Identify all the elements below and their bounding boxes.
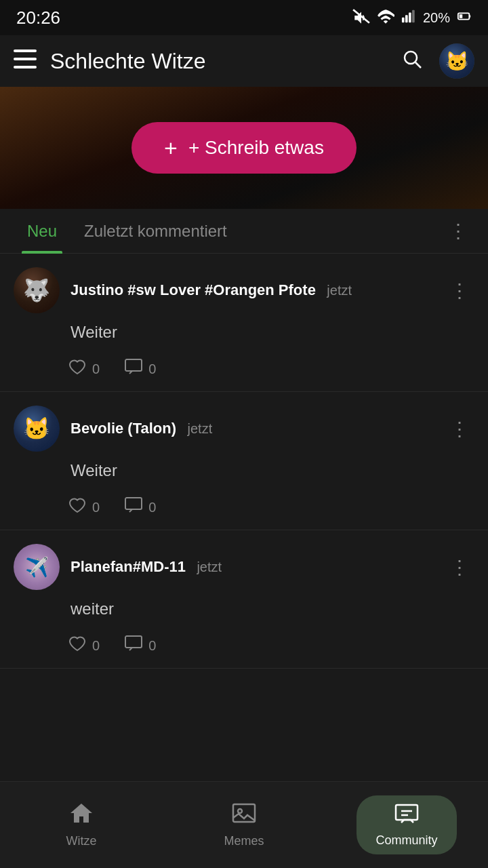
write-button[interactable]: + + Schreib etwas <box>131 122 357 174</box>
wifi-icon <box>377 9 394 27</box>
svg-point-17 <box>238 809 242 813</box>
comment-button[interactable]: 0 <box>124 496 156 519</box>
svg-point-11 <box>405 52 417 64</box>
svg-rect-9 <box>14 58 37 60</box>
post-content: Weiter <box>14 461 474 480</box>
comment-button[interactable]: 0 <box>124 358 156 380</box>
post-avatar[interactable]: 🐺 <box>14 267 60 313</box>
like-count: 0 <box>92 361 100 377</box>
svg-rect-4 <box>412 9 415 22</box>
post-item: 🐺 Justino #sw Lover #Orangen Pfote jetzt… <box>0 254 488 392</box>
post-author: Bevolie (Talon) <box>70 420 176 437</box>
heart-icon <box>68 635 87 657</box>
comment-count: 0 <box>148 638 156 654</box>
battery-text: 20% <box>423 10 450 26</box>
post-item: 🐱 Bevolie (Talon) jetzt ⋮ Weiter 0 <box>0 392 488 530</box>
svg-rect-1 <box>402 17 405 22</box>
like-button[interactable]: 0 <box>68 358 100 380</box>
heart-icon <box>68 358 87 380</box>
menu-icon[interactable] <box>14 49 37 74</box>
like-count: 0 <box>92 500 100 515</box>
svg-rect-7 <box>469 15 470 18</box>
tab-new[interactable]: Neu <box>14 209 70 254</box>
svg-rect-13 <box>125 359 142 371</box>
svg-line-12 <box>415 62 421 68</box>
post-author: Planefan#MD-11 <box>70 558 186 575</box>
nav-community[interactable]: Community <box>325 795 488 854</box>
tabs-more-icon[interactable]: ⋮ <box>442 213 474 249</box>
bottom-nav: Witze Memes Community <box>0 781 488 868</box>
witze-label: Witze <box>66 834 97 848</box>
post-avatar[interactable]: ✈️ <box>14 544 60 590</box>
post-actions: 0 0 <box>14 491 474 530</box>
svg-rect-15 <box>125 636 142 648</box>
tab-underline <box>22 251 62 254</box>
posts-list: 🐺 Justino #sw Lover #Orangen Pfote jetzt… <box>0 254 488 669</box>
home-icon <box>69 802 94 830</box>
post-header: ✈️ Planefan#MD-11 jetzt ⋮ <box>14 544 474 590</box>
nav-witze[interactable]: Witze <box>0 802 163 848</box>
top-bar: Schlechte Witze 🐱 <box>0 35 488 87</box>
post-time: jetzt <box>327 283 352 298</box>
banner: + + Schreib etwas <box>0 87 488 209</box>
heart-icon <box>68 496 87 519</box>
status-bar: 20:26 20% <box>0 0 488 35</box>
post-meta: Bevolie (Talon) jetzt <box>70 420 434 437</box>
comment-icon <box>124 358 143 380</box>
post-avatar[interactable]: 🐱 <box>14 406 60 452</box>
comment-count: 0 <box>148 500 156 515</box>
comment-button[interactable]: 0 <box>124 635 156 657</box>
search-icon[interactable] <box>401 48 423 75</box>
community-active-bg: Community <box>357 795 456 854</box>
user-avatar[interactable]: 🐱 <box>439 43 474 79</box>
write-button-label: + Schreib etwas <box>188 137 324 159</box>
post-actions: 0 0 <box>14 629 474 668</box>
nav-memes[interactable]: Memes <box>163 802 325 848</box>
tab-recent[interactable]: Zuletzt kommentiert <box>70 209 241 254</box>
svg-rect-14 <box>125 498 142 509</box>
page-title: Schlechte Witze <box>50 49 388 74</box>
svg-rect-3 <box>409 12 411 22</box>
post-header: 🐱 Bevolie (Talon) jetzt ⋮ <box>14 406 474 452</box>
post-meta: Justino #sw Lover #Orangen Pfote jetzt <box>70 281 434 299</box>
post-content: weiter <box>14 599 474 618</box>
svg-rect-18 <box>396 805 418 820</box>
top-bar-actions: 🐱 <box>401 43 474 79</box>
community-icon <box>394 802 419 831</box>
svg-rect-2 <box>405 15 408 22</box>
post-more-icon[interactable]: ⋮ <box>445 277 474 304</box>
mute-icon <box>352 9 370 27</box>
svg-rect-6 <box>460 14 463 18</box>
comment-count: 0 <box>148 361 156 377</box>
comment-icon <box>124 496 143 519</box>
status-icons: 20% <box>352 9 472 27</box>
memes-label: Memes <box>224 834 264 848</box>
post-actions: 0 0 <box>14 353 474 391</box>
post-item: ✈️ Planefan#MD-11 jetzt ⋮ weiter 0 <box>0 530 488 669</box>
memes-icon <box>232 802 256 830</box>
like-button[interactable]: 0 <box>68 635 100 657</box>
post-content: Weiter <box>14 323 474 342</box>
post-more-icon[interactable]: ⋮ <box>445 553 474 581</box>
post-time: jetzt <box>188 421 213 436</box>
post-more-icon[interactable]: ⋮ <box>445 415 474 443</box>
svg-rect-10 <box>14 66 37 68</box>
tabs-bar: Neu Zuletzt kommentiert ⋮ <box>0 209 488 254</box>
signal-icon <box>401 9 416 27</box>
post-header: 🐺 Justino #sw Lover #Orangen Pfote jetzt… <box>14 267 474 313</box>
post-author: Justino #sw Lover #Orangen Pfote <box>70 281 316 298</box>
comment-icon <box>124 635 143 657</box>
community-label: Community <box>375 833 437 848</box>
like-button[interactable]: 0 <box>68 496 100 519</box>
post-meta: Planefan#MD-11 jetzt <box>70 558 434 576</box>
like-count: 0 <box>92 638 100 654</box>
battery-icon <box>457 9 472 27</box>
svg-rect-8 <box>14 50 37 52</box>
plus-icon: + <box>164 135 178 161</box>
status-time: 20:26 <box>16 7 60 28</box>
post-time: jetzt <box>197 559 222 574</box>
